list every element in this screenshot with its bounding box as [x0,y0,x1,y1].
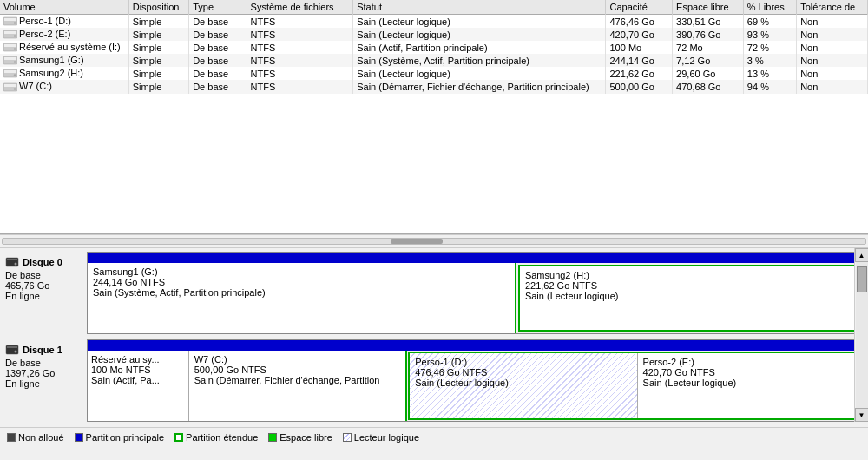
samsung2-status: Sain (Lecteur logique) [525,291,858,301]
cell-espace_libre: 470,68 Go [673,80,744,93]
legend-extended-box [174,433,183,442]
samsung1-size: 244,14 Go NTFS [93,277,510,287]
table-row[interactable]: W7 (C:)SimpleDe baseNTFSSain (Démarrer, … [0,80,868,93]
disk1-status: En ligne [5,378,82,389]
legend-extended: Partition étendue [174,432,258,443]
perso2-size: 420,70 Go NTFS [643,367,859,378]
cell-type: De base [189,28,247,41]
svg-point-14 [14,75,16,76]
cell-systeme: NTFS [247,67,353,80]
cell-pct: 69 % [743,15,796,29]
cell-espace_libre: 72 Mo [673,41,744,54]
cell-volume: Samsung2 (H:) [0,67,128,80]
svg-rect-22 [7,346,17,348]
svg-point-23 [15,351,17,353]
col-header-systeme[interactable]: Système de fichiers [247,0,353,15]
scroll-track[interactable] [2,238,866,245]
disk0-header-bar [88,253,867,263]
svg-point-20 [15,263,17,266]
table-row[interactable]: Perso-2 (E:)SimpleDe baseNTFSSain (Lecte… [0,28,868,41]
disk0-status: En ligne [5,291,82,301]
cell-espace_libre: 29,60 Go [673,67,744,80]
cell-capacite: 100 Mo [606,41,673,54]
cell-pct: 13 % [743,67,796,80]
cell-systeme: NTFS [247,15,353,29]
table-row[interactable]: Samsung1 (G:)SimpleDe baseNTFSSain (Syst… [0,54,868,67]
cell-statut: Sain (Lecteur logique) [353,28,606,41]
disk1-body: Réservé au sy... 100 Mo NTFS Sain (Actif… [88,351,867,421]
cell-volume: Perso-2 (E:) [0,28,128,41]
scroll-vertical-track[interactable] [856,262,868,408]
cell-volume: W7 (C:) [0,80,128,93]
cell-capacite: 221,62 Go [606,67,673,80]
svg-point-2 [14,22,16,23]
col-header-statut[interactable]: Statut [353,0,606,15]
legend-unalloc-box [7,433,16,442]
svg-point-11 [14,62,16,63]
disk1-w7-partition[interactable]: W7 (C:) 500,00 Go NTFS Sain (Démarrer, F… [189,351,407,421]
col-header-tolerance[interactable]: Tolérance de [797,0,868,15]
cell-espace_libre: 330,51 Go [673,15,744,29]
legend-logical: Lecteur logique [343,432,419,443]
cell-capacite: 420,70 Go [606,28,673,41]
disk0-name: Disque 0 [5,255,82,269]
scroll-down-button[interactable]: ▼ [855,408,869,422]
legend-unalloc-label: Non alloué [18,432,64,443]
disk0-body: Samsung1 (G:) 244,14 Go NTFS Sain (Systè… [88,263,867,333]
col-header-pct[interactable]: % Libres [743,0,796,15]
cell-pct: 93 % [743,28,796,41]
cell-type: De base [189,41,247,54]
disk1-perso2-partition[interactable]: Perso-2 (E:) 420,70 Go NTFS Sain (Lecteu… [638,353,865,418]
samsung2-size: 221,62 Go NTFS [525,280,858,291]
table-row[interactable]: Réservé au système (I:)SimpleDe baseNTFS… [0,41,868,54]
col-header-disposition[interactable]: Disposition [128,0,188,15]
volumes-table: Volume Disposition Type Système de fichi… [0,0,868,94]
perso1-name: Perso-1 (D:) [415,357,631,367]
disk1-perso1-partition[interactable]: Perso-1 (D:) 476,46 Go NTFS Sain (Lecteu… [410,353,637,418]
cell-tolerance: Non [797,28,868,41]
disk1-reserve-partition[interactable]: Réservé au sy... 100 Mo NTFS Sain (Actif… [88,351,189,421]
cell-tolerance: Non [797,41,868,54]
cell-pct: 72 % [743,41,796,54]
cell-pct: 3 % [743,54,796,67]
samsung1-name: Samsung1 (G:) [93,266,510,277]
svg-rect-1 [4,18,16,21]
vertical-scrollbar[interactable]: ▲ ▼ [854,248,868,422]
cell-statut: Sain (Actif, Partition principale) [353,41,606,54]
w7-size: 500,00 Go NTFS [194,365,400,375]
reserve-size: 100 Mo NTFS [91,365,185,375]
table-row[interactable]: Samsung2 (H:)SimpleDe baseNTFSSain (Lect… [0,67,868,80]
cell-statut: Sain (Lecteur logique) [353,15,606,29]
cell-pct: 94 % [743,80,796,93]
col-header-type[interactable]: Type [189,0,247,15]
disk-area: Disque 0 De base 465,76 Go En ligne Sams… [0,248,868,448]
scroll-thumb[interactable] [391,239,443,244]
horizontal-scrollbar[interactable] [0,234,868,248]
cell-statut: Sain (Système, Actif, Partition principa… [353,54,606,67]
disk0-samsung1-partition[interactable]: Samsung1 (G:) 244,14 Go NTFS Sain (Systè… [88,263,516,333]
svg-rect-7 [4,44,16,47]
cell-volume: Perso-1 (D:) [0,15,128,29]
cell-type: De base [189,67,247,80]
col-header-espace[interactable]: Espace libre [673,0,744,15]
disk0-row: Disque 0 De base 465,76 Go En ligne Sams… [0,252,868,334]
disk1-partitions: Réservé au sy... 100 Mo NTFS Sain (Actif… [87,339,868,422]
legend-logical-box [343,433,352,442]
cell-systeme: NTFS [247,80,353,93]
cell-disposition: Simple [128,15,188,29]
cell-disposition: Simple [128,67,188,80]
col-header-volume[interactable]: Volume [0,0,128,15]
scroll-up-button[interactable]: ▲ [855,248,869,262]
legend-free-label: Espace libre [279,432,332,443]
samsung2-name: Samsung2 (H:) [525,270,858,280]
disk1-extended-container: Perso-1 (D:) 476,46 Go NTFS Sain (Lecteu… [408,352,866,420]
legend-logical-label: Lecteur logique [354,432,419,443]
scroll-vertical-thumb[interactable] [857,266,867,292]
cell-disposition: Simple [128,80,188,93]
cell-capacite: 244,14 Go [606,54,673,67]
col-header-capacite[interactable]: Capacité [606,0,673,15]
table-row[interactable]: Perso-1 (D:)SimpleDe baseNTFSSain (Lecte… [0,15,868,29]
cell-statut: Sain (Lecteur logique) [353,67,606,80]
disk0-samsung2-partition[interactable]: Samsung2 (H:) 221,62 Go NTFS Sain (Lecte… [518,265,865,332]
cell-tolerance: Non [797,54,868,67]
